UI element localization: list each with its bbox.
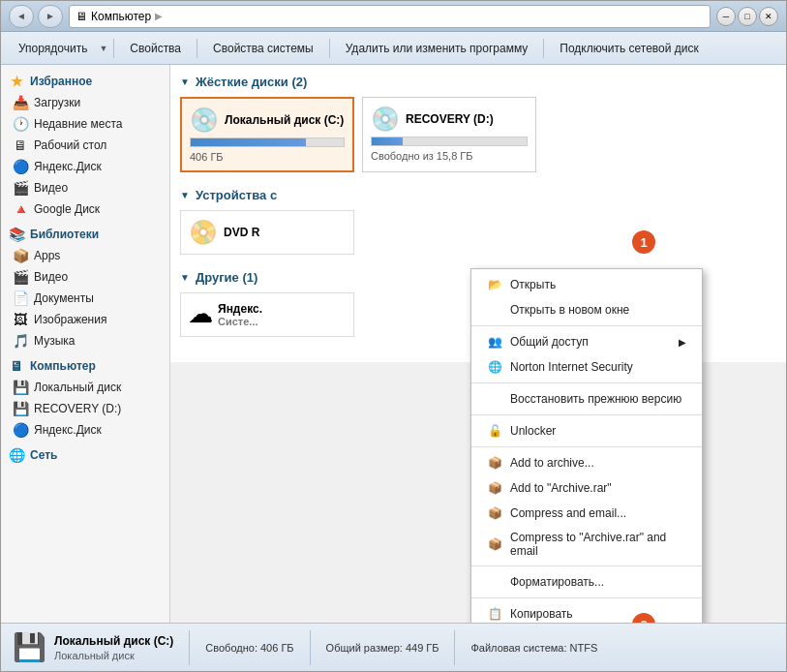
sidebar-item-yandex2[interactable]: 🔵 Яндекс.Диск bbox=[1, 419, 169, 441]
breadcrumb-label: Компьютер bbox=[91, 10, 151, 23]
remove-program-button[interactable]: Удалить или изменить программу bbox=[336, 35, 538, 62]
minimize-button[interactable]: ─ bbox=[716, 7, 736, 26]
sidebar-item-google[interactable]: 🔺 Google Диск bbox=[1, 199, 169, 220]
cm-copy[interactable]: 📋 Копировать bbox=[471, 601, 702, 623]
cm-open-new-label: Открыть в новом окне bbox=[510, 303, 629, 317]
title-bar: ◄ ► 🖥 Компьютер ▶ ─ □ ✕ bbox=[1, 1, 786, 32]
status-sep-1 bbox=[189, 630, 190, 665]
sidebar-item-video1[interactable]: 🎬 Видео bbox=[1, 177, 169, 199]
forward-button[interactable]: ► bbox=[38, 5, 63, 28]
disk-d-item[interactable]: 💿 RECOVERY (D:) Свободно из 15,8 ГБ bbox=[362, 97, 536, 172]
status-disk-subtitle: Локальный диск bbox=[54, 650, 173, 661]
cm-unlocker[interactable]: 🔓 Unlocker bbox=[471, 418, 702, 443]
yandex-item[interactable]: ☁ Яндекс. Систе... bbox=[180, 292, 354, 337]
docs-label: Документы bbox=[34, 291, 94, 305]
cm-open[interactable]: 📂 Открыть bbox=[471, 272, 702, 297]
back-button[interactable]: ◄ bbox=[9, 5, 34, 28]
dvd-item[interactable]: 📀 DVD R bbox=[180, 210, 354, 255]
properties-button[interactable]: Свойства bbox=[120, 35, 191, 62]
cm-add-archive[interactable]: 📦 Add to archive... bbox=[471, 450, 702, 475]
computer-label: Компьютер bbox=[30, 359, 96, 373]
sidebar-item-recovery[interactable]: 💾 RECOVERY (D:) bbox=[1, 398, 169, 419]
dvd-icon: 📀 bbox=[189, 219, 218, 246]
cm-archive-icon-3: 📦 bbox=[487, 505, 502, 521]
maximize-button[interactable]: □ bbox=[738, 7, 757, 26]
cm-compress-email[interactable]: 📦 Compress and email... bbox=[471, 501, 702, 526]
network-label: Сеть bbox=[30, 448, 57, 462]
organize-chevron: ▼ bbox=[99, 44, 107, 53]
images-label: Изображения bbox=[34, 313, 106, 326]
sidebar-item-yandex1[interactable]: 🔵 Яндекс.Диск bbox=[1, 156, 169, 177]
cm-share-icon: 👥 bbox=[487, 334, 502, 350]
yandex-cloud-icon: ☁ bbox=[189, 301, 212, 328]
status-text: Локальный диск (C:) Локальный диск bbox=[54, 634, 173, 661]
toolbar-separator-4 bbox=[543, 39, 544, 58]
favorites-label: Избранное bbox=[30, 75, 92, 88]
disk-d-header: 💿 RECOVERY (D:) bbox=[371, 106, 528, 133]
images-icon: 🖼 bbox=[13, 312, 28, 327]
sidebar-item-images[interactable]: 🖼 Изображения bbox=[1, 309, 169, 330]
cm-add-rar[interactable]: 📦 Add to "Archive.rar" bbox=[471, 475, 702, 501]
sidebar-item-apps[interactable]: 📦 Apps bbox=[1, 245, 169, 266]
yandex-name: Яндекс. bbox=[218, 302, 262, 316]
video-icon-2: 🎬 bbox=[13, 269, 28, 285]
recovery-icon: 💾 bbox=[13, 401, 28, 416]
yandex-header: ☁ Яндекс. Систе... bbox=[189, 301, 346, 328]
cm-norton[interactable]: 🌐 Norton Internet Security bbox=[471, 354, 702, 380]
cm-copy-label: Копировать bbox=[510, 607, 573, 621]
sidebar: ★ Избранное 📥 Загрузки 🕐 Недавние места … bbox=[1, 65, 170, 623]
cm-compress-rar-email[interactable]: 📦 Compress to "Archive.rar" and email bbox=[471, 526, 702, 563]
cm-restore[interactable]: Восстановить прежнюю версию bbox=[471, 386, 702, 412]
content-area: ★ Избранное 📥 Загрузки 🕐 Недавние места … bbox=[1, 65, 786, 623]
local-disk-label: Локальный диск bbox=[34, 381, 121, 394]
sidebar-item-desktop[interactable]: 🖥 Рабочий стол bbox=[1, 135, 169, 156]
nav-buttons: ◄ ► bbox=[9, 5, 63, 28]
others-label: Другие (1) bbox=[196, 270, 257, 285]
yandex-icon-1: 🔵 bbox=[13, 159, 28, 174]
toolbar-separator-3 bbox=[329, 39, 330, 58]
downloads-icon: 📥 bbox=[13, 95, 28, 110]
apps-label: Apps bbox=[34, 249, 60, 262]
folder-icon: 🖥 bbox=[76, 10, 87, 23]
status-sep-2 bbox=[310, 630, 311, 665]
downloads-label: Загрузки bbox=[34, 96, 80, 109]
sidebar-item-music[interactable]: 🎵 Музыка bbox=[1, 330, 169, 351]
docs-icon: 📄 bbox=[13, 290, 28, 306]
disk-d-info: Свободно из 15,8 ГБ bbox=[371, 150, 528, 162]
breadcrumb[interactable]: 🖥 Компьютер ▶ bbox=[69, 5, 711, 28]
music-label: Музыка bbox=[34, 334, 75, 348]
disk-d-bar bbox=[372, 137, 403, 145]
cm-compress-rar-email-label: Compress to "Archive.rar" and email bbox=[510, 531, 686, 558]
music-icon: 🎵 bbox=[13, 333, 28, 349]
cm-open-new-window[interactable]: Открыть в новом окне bbox=[471, 297, 702, 322]
recovery-label: RECOVERY (D:) bbox=[34, 402, 121, 415]
connect-net-button[interactable]: Подключить сетевой диск bbox=[550, 35, 708, 62]
system-props-button[interactable]: Свойства системы bbox=[203, 35, 323, 62]
cm-sep-5 bbox=[471, 565, 702, 566]
cm-share[interactable]: 👥 Общий доступ ▶ bbox=[471, 329, 702, 354]
sidebar-item-downloads[interactable]: 📥 Загрузки bbox=[1, 92, 169, 113]
sidebar-item-local-disk[interactable]: 💾 Локальный диск bbox=[1, 377, 169, 398]
google-label: Google Диск bbox=[34, 202, 100, 216]
disk-c-item[interactable]: 💿 Локальный диск (C:) 406 ГБ bbox=[180, 97, 354, 172]
cm-archive-icon-1: 📦 bbox=[487, 455, 502, 471]
yandex-text: Яндекс. Систе... bbox=[218, 302, 262, 327]
cm-unlocker-icon: 🔓 bbox=[487, 423, 502, 439]
video2-label: Видео bbox=[34, 270, 68, 284]
cm-format[interactable]: Форматировать... bbox=[471, 569, 702, 595]
cm-share-arrow: ▶ bbox=[679, 337, 686, 348]
cm-add-archive-label: Add to archive... bbox=[510, 456, 594, 470]
network-section: 🌐 Сеть bbox=[1, 444, 169, 466]
badge-1: 1 bbox=[632, 230, 655, 254]
close-button[interactable]: ✕ bbox=[759, 7, 778, 26]
status-free: Свободно: 406 ГБ bbox=[205, 642, 293, 654]
sidebar-item-docs[interactable]: 📄 Документы bbox=[1, 288, 169, 309]
cm-archive-icon-4: 📦 bbox=[487, 536, 502, 552]
cm-unlocker-label: Unlocker bbox=[510, 424, 556, 438]
cm-copy-icon: 📋 bbox=[487, 606, 502, 622]
sidebar-item-recent[interactable]: 🕐 Недавние места bbox=[1, 113, 169, 135]
cm-norton-icon: 🌐 bbox=[487, 359, 502, 375]
sidebar-item-video2[interactable]: 🎬 Видео bbox=[1, 266, 169, 288]
cm-format-label: Форматировать... bbox=[510, 575, 604, 589]
organize-button[interactable]: Упорядочить bbox=[9, 35, 97, 62]
